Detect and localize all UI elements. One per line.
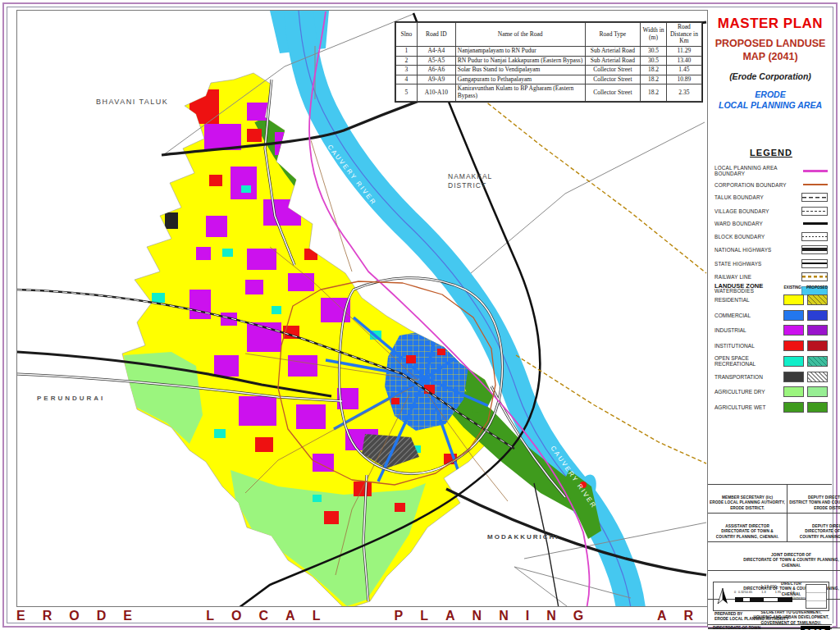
road-table-header-cell: Road ID	[417, 23, 455, 47]
subtitle-erode: ERODE	[708, 89, 833, 100]
ind-proposed-swatch	[807, 325, 828, 336]
road-table-header-cell: Road Type	[585, 23, 641, 47]
inst-proposed-swatch	[807, 340, 828, 351]
landuse-zone-label: TRANSPORTATION	[714, 374, 780, 380]
road-table-header-cell: Width in (m)	[641, 23, 667, 47]
road-table-cell: Kaniravunthan Kulam to BP Agharam (Easte…	[455, 84, 585, 101]
road-table-cell: A6-A6	[417, 66, 455, 75]
legend-item: STATE HIGHWAYS	[714, 259, 828, 268]
road-table-cell: 18.2	[641, 66, 667, 75]
taluk-swatch	[801, 193, 828, 202]
col-proposed: PROPOSED	[806, 285, 828, 290]
road-table-cell: A5-A5	[417, 56, 455, 66]
legend-item-label: WARD BOUNDARY	[714, 221, 763, 226]
label-namakkal-district: DISTRICT	[448, 181, 486, 189]
scale-segment	[778, 598, 792, 601]
credits-strip: DIRECTORATE OF TOWN & COUNTRY PLANNING-T…	[708, 624, 832, 630]
prepared-by: PREPARED BY ERODE LOCAL PLANNING AUTHORI…	[714, 612, 788, 623]
road-table-cell: Collector Street	[585, 66, 641, 75]
road-table-row: 4A9-A9Gangapuram to PethapalayamCollecto…	[396, 75, 702, 84]
scale-tick: 0.65	[746, 591, 752, 594]
legend-item: WARD BOUNDARY	[714, 220, 828, 227]
bottom-banner: ERODE LOCAL PLANNING AREA	[16, 606, 707, 626]
road-table-cell: 18.2	[641, 75, 667, 84]
road-table-cell: Collector Street	[585, 75, 641, 84]
subtitle-year: MAP (2041)	[708, 51, 833, 64]
road-table-cell: Solar Bus Stand to Vendipalayam	[455, 66, 585, 75]
road-table-cell: 4	[396, 75, 418, 84]
legend-item: LOCAL PLANNING AREA BOUNDARY	[714, 165, 828, 176]
legend-item-label: CORPORATION BOUNDARY	[714, 182, 787, 188]
road-table-cell: A9-A9	[417, 75, 455, 84]
scale-segment	[750, 598, 764, 601]
side-panel: MASTER PLAN PROPOSED LANDUSE MAP (2041) …	[707, 10, 833, 627]
road-table-row: 2A5-A5RN Pudur to Nanjai Lakkapuram (Eas…	[396, 56, 702, 66]
landuse-title: LANDUSE ZONE	[714, 282, 763, 290]
road-table-cell: Nanjanampalayam to RN Pudur	[455, 46, 585, 56]
label-bhavani-taluk: BHAVANI TALUK	[96, 98, 168, 106]
signature-cell: MEMBER SECRETARY (I/c)ERODE LOCAL PLANNI…	[708, 485, 788, 514]
landuse-zone-row: AGRICULTURE DRY	[714, 386, 828, 397]
road-table-cell: 1.45	[666, 66, 701, 75]
road-table-cell: A10-A10	[417, 84, 455, 101]
sh-swatch	[801, 259, 828, 268]
road-table-cell: 11.29	[666, 46, 701, 56]
legend-item: CORPORATION BOUNDARY	[714, 181, 828, 189]
transport-patch	[165, 212, 178, 229]
legend-item: VILLAGE BOUNDARY	[714, 207, 828, 216]
label-modakkurichi: MODAKKURICHI	[487, 533, 559, 541]
directorate-credit: DIRECTORATE OF TOWN & COUNTRY PLANNING-T…	[708, 626, 801, 630]
landuse-zone-label: AGRICULTURE WET	[714, 404, 780, 410]
signature-line: ERODE DISTRICT.	[789, 506, 840, 511]
landuse-legend: LANDUSE ZONE EXISTING PROPOSED RESIDENTI…	[714, 282, 828, 417]
subtitle-corporation: (Erode Corporation)	[708, 71, 833, 82]
agw-proposed-swatch	[807, 402, 828, 413]
legend-item: RAILWAY LINE	[714, 272, 828, 281]
legend-item: BLOCK BOUNDARY	[714, 232, 828, 241]
road-table-cell: 5	[396, 84, 418, 101]
road-table-cell: 18.2	[641, 84, 667, 101]
nh-swatch	[801, 245, 828, 254]
landuse-zone-label: OPEN SPACE RECREATIONAL	[714, 355, 780, 367]
road-table-cell: 2.35	[666, 84, 701, 101]
map-canvas: BHAVANI TALUK NAMAKKAL DISTRICT PERUNDUR…	[16, 10, 709, 607]
label-namakkal: NAMAKKAL	[448, 172, 492, 180]
landuse-zone-label: INSTITUTIONAL	[714, 343, 780, 349]
signature-cell: JOINT DIRECTOR OFDIRECTORATE OF TOWN & C…	[708, 542, 840, 571]
legend-item: TALUK BOUNDARY	[714, 193, 828, 202]
road-table-cell: 13.40	[666, 56, 701, 66]
scale-bar: 1:17 000 00.3250.651.31.952.6 Kilometers	[732, 582, 806, 610]
signature-line: ERODE DISTRICT.	[710, 506, 785, 511]
south-road	[534, 483, 559, 606]
signature-line: ERODE LOCAL PLANNING AUTHORITY,	[710, 500, 785, 505]
agd-existing-swatch	[783, 386, 804, 397]
com-proposed-swatch	[807, 310, 828, 321]
scale-box: 1:17 000 00.3250.651.31.952.6 Kilometers	[713, 582, 829, 611]
legend-item: NATIONAL HIGHWAYS	[714, 245, 828, 254]
signature-line: CHENNAI.	[710, 564, 840, 568]
landuse-zone-row: RESIDENTIAL	[714, 294, 828, 305]
road-table-cell: RN Pudur to Nanjai Lakkapuram (Eastern B…	[455, 56, 585, 66]
road-table-cell: 2	[396, 56, 418, 66]
landuse-zone-row: COMMERCIAL	[714, 310, 828, 321]
corp-swatch	[803, 181, 828, 189]
block-swatch	[801, 232, 828, 241]
agd-proposed-swatch	[807, 386, 828, 397]
scale-segment	[736, 598, 743, 601]
road-table-cell: Sub Arterial Road	[585, 56, 641, 66]
com-existing-swatch	[783, 310, 804, 321]
signature-line: COUNTRY PLANNING, CHENNAI.	[710, 535, 785, 540]
landuse-zone-row: TRANSPORTATION	[714, 372, 828, 382]
dtcp-badge: DTCP	[801, 626, 831, 630]
scale-ratio: 1:17 000	[732, 584, 806, 589]
road-table-row: 5A10-A10Kaniravunthan Kulam to BP Aghara…	[396, 84, 702, 101]
road-table-cell: 30.5	[641, 56, 667, 66]
title-block: MASTER PLAN PROPOSED LANDUSE MAP (2041) …	[708, 15, 833, 111]
road-table-cell: A4-A4	[417, 46, 455, 56]
landuse-zone-row: AGRICULTURE WET	[714, 402, 828, 413]
legend-item-label: LOCAL PLANNING AREA BOUNDARY	[714, 165, 803, 176]
legend-title: LEGEND	[714, 148, 828, 158]
signature-cell: DEPUTY DIRECTOR (I/c)DISTRICT TOWN AND C…	[788, 485, 840, 514]
road-table-cell: Gangapuram to Pethapalayam	[455, 75, 585, 84]
road-table-cell: Collector Street	[585, 84, 641, 101]
